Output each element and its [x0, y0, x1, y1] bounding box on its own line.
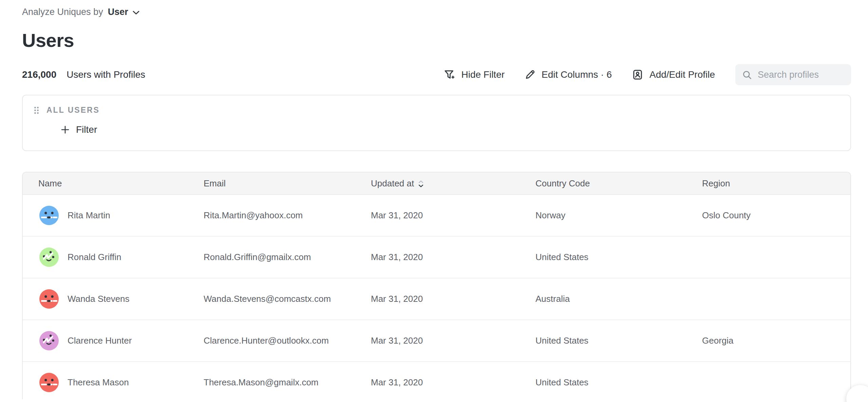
add-filter-button[interactable]: Filter	[60, 124, 97, 135]
analyze-by-selector[interactable]: User	[108, 7, 140, 17]
user-email: Clarence.Hunter@outlookx.com	[188, 335, 355, 346]
user-email: Rita.Martin@yahoox.com	[188, 210, 355, 221]
table-row[interactable]: Theresa Mason Theresa.Mason@gmailx.com M…	[23, 362, 850, 399]
analyze-uniques-label: Analyze Uniques by	[22, 5, 103, 18]
user-updated-at: Mar 31, 2020	[355, 294, 520, 304]
profiles-count-label: Users with Profiles	[67, 69, 145, 80]
cohort-group-label: ALL USERS	[46, 106, 100, 115]
users-table: Name Email Updated at Country Code Regio…	[22, 172, 851, 399]
user-email: Theresa.Mason@gmailx.com	[188, 377, 355, 388]
user-updated-at: Mar 31, 2020	[355, 335, 520, 346]
profiles-count: 216,000	[22, 69, 56, 80]
column-header-region[interactable]: Region	[686, 178, 850, 189]
hide-filter-button[interactable]: Hide Filter	[443, 69, 505, 81]
user-name: Theresa Mason	[68, 377, 129, 388]
user-region: Georgia	[686, 335, 850, 346]
name-cell: Wanda Stevens	[23, 289, 188, 309]
user-country: United States	[520, 377, 686, 388]
funnel-plus-icon	[443, 69, 455, 81]
user-country: Norway	[520, 210, 686, 221]
user-country: United States	[520, 252, 686, 262]
table-body: Rita Martin Rita.Martin@yahoox.com Mar 3…	[23, 195, 850, 399]
table-row[interactable]: Ronald Griffin Ronald.Griffin@gmailx.com…	[23, 237, 850, 278]
user-email: Ronald.Griffin@gmailx.com	[188, 252, 355, 262]
filter-card: ALL USERS Filter	[22, 95, 851, 151]
drag-handle-icon[interactable]	[34, 106, 39, 114]
chevron-down-icon	[132, 9, 140, 15]
user-avatar-icon	[39, 248, 59, 267]
user-country: United States	[520, 335, 686, 346]
edit-columns-button[interactable]: Edit Columns · 6	[524, 69, 612, 80]
name-cell: Clarence Hunter	[23, 331, 188, 350]
add-edit-profile-button[interactable]: Add/Edit Profile	[631, 69, 715, 81]
edit-columns-label: Edit Columns · 6	[542, 69, 612, 80]
search-icon	[742, 70, 752, 80]
sort-icon	[418, 180, 423, 187]
column-header-country-code[interactable]: Country Code	[520, 178, 686, 189]
column-header-name[interactable]: Name	[23, 178, 188, 189]
table-header: Name Email Updated at Country Code Regio…	[23, 172, 850, 195]
name-cell: Ronald Griffin	[23, 248, 188, 267]
hide-filter-label: Hide Filter	[461, 69, 505, 80]
user-name: Rita Martin	[68, 210, 110, 221]
user-email: Wanda.Stevens@comcastx.com	[188, 294, 355, 304]
user-updated-at: Mar 31, 2020	[355, 252, 520, 262]
table-row[interactable]: Clarence Hunter Clarence.Hunter@outlookx…	[23, 320, 850, 362]
user-region: Oslo County	[686, 210, 850, 221]
table-row[interactable]: Wanda Stevens Wanda.Stevens@comcastx.com…	[23, 278, 850, 320]
user-name: Wanda Stevens	[68, 294, 130, 304]
user-updated-at: Mar 31, 2020	[355, 210, 520, 221]
column-header-email[interactable]: Email	[188, 178, 355, 189]
name-cell: Theresa Mason	[23, 373, 188, 392]
analyze-by-value: User	[108, 7, 128, 17]
search-profiles-input[interactable]	[735, 64, 851, 85]
user-avatar-icon	[39, 331, 59, 350]
users-page: Analyze Uniques by User Users 216,000 Us…	[0, 0, 868, 402]
table-row[interactable]: Rita Martin Rita.Martin@yahoox.com Mar 3…	[23, 195, 850, 237]
column-header-updated-at[interactable]: Updated at	[355, 178, 520, 189]
search-profiles	[735, 64, 851, 85]
user-avatar-icon	[39, 373, 59, 392]
page-title: Users	[22, 29, 851, 51]
add-filter-label: Filter	[76, 124, 97, 135]
user-avatar-icon	[39, 206, 59, 225]
user-name: Ronald Griffin	[68, 252, 121, 262]
breadcrumb: Analyze Uniques by User	[22, 5, 851, 18]
add-edit-profile-label: Add/Edit Profile	[649, 69, 715, 80]
user-country: Australia	[520, 294, 686, 304]
pencil-icon	[524, 69, 536, 80]
user-updated-at: Mar 31, 2020	[355, 377, 520, 388]
stats-toolbar-row: 216,000 Users with Profiles Hide Filter …	[22, 64, 851, 85]
user-name: Clarence Hunter	[68, 335, 132, 346]
plus-icon	[60, 125, 70, 134]
name-cell: Rita Martin	[23, 206, 188, 225]
toolbar: Hide Filter Edit Columns · 6 Add/Edit Pr…	[443, 64, 851, 85]
profile-badge-icon	[631, 69, 644, 81]
user-avatar-icon	[39, 289, 59, 309]
